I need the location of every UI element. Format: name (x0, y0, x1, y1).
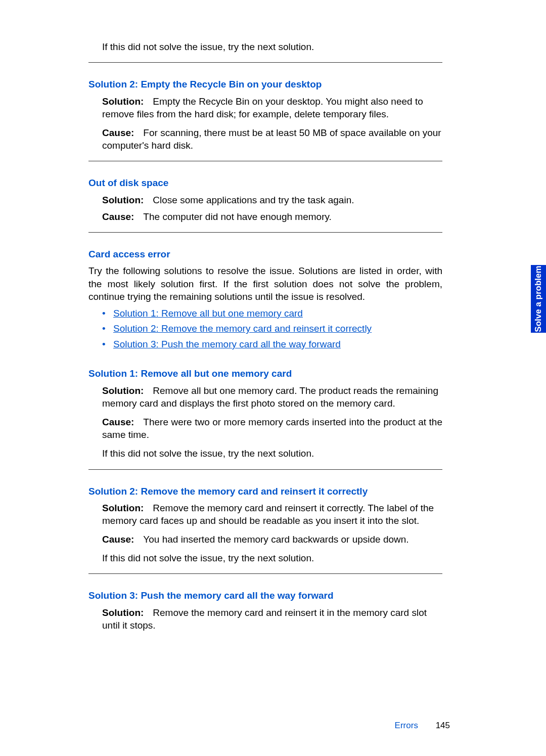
continuation-paragraph: If this did not solve the issue, try the… (102, 552, 442, 564)
bullet-icon: • (102, 307, 113, 321)
section-empty-recycle: Solution 2: Empty the Recycle Bin on you… (88, 78, 442, 152)
solution-paragraph: Solution:Empty the Recycle Bin on your d… (102, 95, 442, 120)
section-out-of-disk: Out of disk space Solution:Close some ap… (88, 176, 442, 223)
solution-paragraph: Solution:Remove the memory card and rein… (102, 606, 442, 632)
continuation-paragraph: If this did not solve the issue, try the… (102, 40, 442, 53)
side-tab: Solve a problem (531, 265, 546, 333)
solution-link-2[interactable]: Solution 2: Remove the memory card and r… (113, 323, 372, 334)
list-item: •Solution 1: Remove all but one memory c… (102, 307, 442, 321)
solution-link-list: •Solution 1: Remove all but one memory c… (88, 307, 442, 351)
section-card-sol3: Solution 3: Push the memory card all the… (88, 589, 442, 632)
solution-link-1[interactable]: Solution 1: Remove all but one memory ca… (113, 308, 303, 319)
cause-paragraph: Cause:There were two or more memory card… (102, 416, 442, 441)
list-item: •Solution 3: Push the memory card all th… (102, 338, 442, 351)
section-card-sol2: Solution 2: Remove the memory card and r… (88, 485, 442, 565)
footer-page-number: 145 (436, 721, 450, 731)
section-divider (88, 161, 442, 161)
bullet-icon: • (102, 338, 113, 351)
solution-text: Remove the memory card and reinsert it c… (102, 503, 434, 526)
section-heading: Solution 3: Push the memory card all the… (88, 589, 442, 602)
section-heading: Solution 2: Remove the memory card and r… (88, 485, 442, 498)
cause-text: For scanning, there must be at least 50 … (102, 127, 441, 151)
cause-text: There were two or more memory cards inse… (102, 417, 442, 440)
section-heading: Solution 1: Remove all but one memory ca… (88, 367, 442, 380)
solution-label: Solution: (102, 607, 144, 618)
page-footer: Errors 145 (395, 721, 450, 731)
section-card-access: Card access error Try the following solu… (88, 248, 442, 351)
section-divider (88, 573, 442, 574)
cause-label: Cause: (102, 417, 134, 427)
section-heading: Solution 2: Empty the Recycle Bin on you… (88, 78, 442, 91)
solution-label: Solution: (102, 195, 144, 205)
solution-link-3[interactable]: Solution 3: Push the memory card all the… (113, 339, 341, 349)
section-heading: Out of disk space (88, 176, 442, 190)
section-intro: Try the following solutions to resolve t… (88, 264, 442, 302)
continuation-paragraph: If this did not solve the issue, try the… (102, 447, 442, 460)
solution-label: Solution: (102, 385, 144, 396)
cause-label: Cause: (102, 211, 134, 222)
section-card-sol1: Solution 1: Remove all but one memory ca… (88, 367, 442, 460)
solution-text: Close some applications and try the task… (153, 195, 354, 205)
list-item: •Solution 2: Remove the memory card and … (102, 322, 442, 336)
cause-paragraph: Cause:You had inserted the memory card b… (102, 533, 442, 546)
solution-label: Solution: (102, 503, 144, 513)
page-content: If this did not solve the issue, try the… (88, 40, 442, 636)
solution-paragraph: Solution:Close some applications and try… (102, 194, 442, 206)
cause-paragraph: Cause:For scanning, there must be at lea… (102, 126, 442, 152)
cause-label: Cause: (102, 127, 134, 138)
cause-text: You had inserted the memory card backwar… (143, 534, 408, 545)
section-heading: Card access error (88, 248, 442, 261)
section-divider (88, 469, 442, 470)
section-divider (88, 62, 442, 63)
solution-text: Remove all but one memory card. The prod… (102, 385, 438, 409)
solution-text: Remove the memory card and reinsert it i… (102, 607, 427, 631)
side-tab-label: Solve a problem (533, 265, 543, 332)
cause-label: Cause: (102, 534, 134, 545)
continuation-text: If this did not solve the issue, try the… (88, 40, 442, 53)
solution-text: Empty the Recycle Bin on your desktop. Y… (102, 96, 423, 119)
cause-text: The computer did not have enough memory. (143, 211, 331, 222)
bullet-icon: • (102, 322, 113, 336)
solution-paragraph: Solution:Remove the memory card and rein… (102, 502, 442, 527)
cause-paragraph: Cause:The computer did not have enough m… (102, 210, 442, 223)
solution-paragraph: Solution:Remove all but one memory card.… (102, 384, 442, 410)
footer-section-name: Errors (395, 721, 418, 730)
section-divider (88, 232, 442, 233)
solution-label: Solution: (102, 96, 144, 107)
